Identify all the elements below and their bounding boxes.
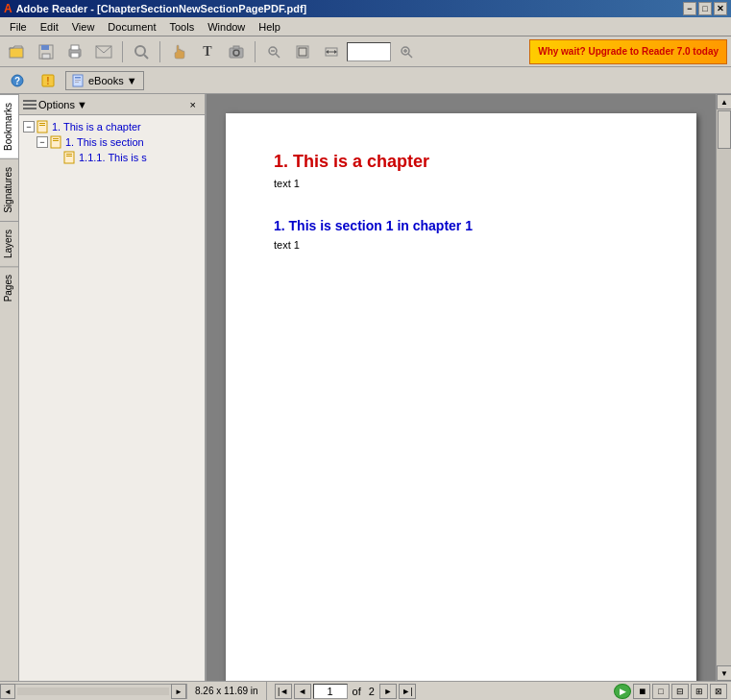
play-button[interactable]: ▶ <box>614 684 631 699</box>
fit-btn-3[interactable]: ⊞ <box>691 684 708 699</box>
pdf-chapter-title: 1. This is a chapter <box>274 152 648 172</box>
menu-file[interactable]: File <box>4 19 33 35</box>
right-scrollbar[interactable]: ▲ ▼ <box>716 94 731 681</box>
stop-button[interactable]: ⏹ <box>633 684 650 699</box>
svg-rect-40 <box>53 140 59 141</box>
bookmark-text-3: 1.1.1. This is s <box>79 152 147 163</box>
menu-window[interactable]: Window <box>202 19 251 35</box>
print-button[interactable] <box>61 39 88 64</box>
bookmark-doc-icon-2 <box>50 135 63 149</box>
bookmark-item-subsection[interactable]: 1.1.1. This is s <box>48 150 203 165</box>
how-to-button[interactable]: ? <box>4 68 31 93</box>
svg-rect-42 <box>66 154 72 155</box>
app-icon: A <box>4 2 12 15</box>
pdf-scroll-area[interactable]: 1. This is a chapter text 1 1. This is s… <box>207 94 716 681</box>
menu-edit[interactable]: Edit <box>35 19 64 35</box>
menu-view[interactable]: View <box>66 19 101 35</box>
title-text: Adobe Reader - [ChapterSectionNewSection… <box>16 3 307 14</box>
zoom-area: 65% <box>260 39 420 64</box>
save-button[interactable] <box>33 39 60 64</box>
fit-btn-4[interactable]: ⊠ <box>710 684 727 699</box>
svg-line-9 <box>144 55 148 59</box>
page-of-label: of <box>350 686 364 697</box>
hand-tool-button[interactable] <box>165 39 192 64</box>
left-tabs: Bookmarks Signatures Layers Pages <box>0 94 19 681</box>
options-dropdown-icon: ▼ <box>77 99 87 110</box>
bookmark-expand-2[interactable]: − <box>37 136 48 148</box>
title-bar: A Adobe Reader - [ChapterSectionNewSecti… <box>0 0 731 17</box>
bookmark-expand-1[interactable]: − <box>23 121 35 133</box>
page-dimensions: 8.26 x 11.69 in <box>187 682 267 701</box>
maximize-button[interactable]: □ <box>698 2 712 15</box>
scroll-track[interactable] <box>717 109 731 665</box>
title-bar-controls[interactable]: − □ ✕ <box>683 2 727 15</box>
scroll-down-button[interactable]: ▼ <box>717 665 731 681</box>
svg-rect-31 <box>75 82 79 83</box>
scroll-thumb[interactable] <box>718 110 731 149</box>
pdf-area: 1. This is a chapter text 1 1. This is s… <box>207 94 716 681</box>
fit-page-button[interactable] <box>289 39 316 64</box>
svg-rect-29 <box>75 77 81 79</box>
bookmarks-tab[interactable]: Bookmarks <box>0 94 18 158</box>
svg-rect-41 <box>64 152 74 163</box>
svg-rect-3 <box>42 54 50 59</box>
scroll-up-button[interactable]: ▲ <box>717 94 731 109</box>
close-button[interactable]: ✕ <box>714 2 727 15</box>
fit-width-button[interactable] <box>318 39 345 64</box>
text-select-button[interactable]: T <box>194 39 221 64</box>
menu-help[interactable]: Help <box>253 19 286 35</box>
pages-tab[interactable]: Pages <box>0 266 18 309</box>
svg-point-8 <box>135 46 145 56</box>
nav-controls: |◄ ◄ 1 of 2 ► ►| <box>267 684 424 699</box>
svg-text:!: ! <box>46 76 49 86</box>
search-button[interactable] <box>128 39 155 64</box>
bookmark-item-chapter[interactable]: − 1. This is a chapter <box>21 119 203 134</box>
menu-document[interactable]: Document <box>102 19 161 35</box>
options-label: Options <box>38 99 75 110</box>
toolbar-separator-3 <box>255 41 256 62</box>
zoom-in-button[interactable] <box>393 39 420 64</box>
fit-btn-1[interactable]: □ <box>652 684 670 699</box>
panel-hscroll: ◄ ► <box>0 684 187 699</box>
layers-tab[interactable]: Layers <box>0 221 18 266</box>
upgrade-banner[interactable]: Why wait? Upgrade to Reader 7.0 today <box>529 39 727 64</box>
title-bar-left: A Adobe Reader - [ChapterSectionNewSecti… <box>4 2 306 15</box>
email-button[interactable] <box>90 39 117 64</box>
panel-options-button[interactable]: Options ▼ <box>23 99 87 110</box>
panel-header: Options ▼ × <box>19 94 205 115</box>
panel-close-button[interactable]: × <box>185 97 201 112</box>
snapshot-button[interactable] <box>223 39 250 64</box>
open-button[interactable] <box>4 39 31 64</box>
svg-rect-32 <box>23 100 37 102</box>
bookmark-text-1: 1. This is a chapter <box>52 121 141 133</box>
zoom-input[interactable]: 65% <box>347 42 391 61</box>
svg-rect-6 <box>71 53 79 58</box>
zoom-out-button[interactable] <box>260 39 287 64</box>
svg-rect-35 <box>37 121 47 133</box>
pdf-bottom: 8.26 x 11.69 in |◄ ◄ 1 of 2 ► ►| ▶ ⏹ □ ⊟… <box>187 682 731 701</box>
page-input[interactable]: 1 <box>313 684 348 699</box>
first-page-button[interactable]: |◄ <box>275 684 292 699</box>
bookmarks-panel: Options ▼ × − 1. This is a chapter − 1. … <box>19 94 207 681</box>
prev-page-button[interactable]: ◄ <box>294 684 311 699</box>
minimize-button[interactable]: − <box>683 2 696 15</box>
svg-rect-36 <box>39 123 45 124</box>
task-button[interactable]: ! <box>35 68 61 93</box>
hscroll-track[interactable] <box>17 688 169 695</box>
fit-btn-2[interactable]: ⊟ <box>671 684 689 699</box>
hscroll-right-button[interactable]: ► <box>171 684 186 699</box>
pdf-page: 1. This is a chapter text 1 1. This is s… <box>226 113 696 681</box>
menu-tools[interactable]: Tools <box>164 19 201 35</box>
signatures-tab[interactable]: Signatures <box>0 158 18 221</box>
svg-rect-37 <box>39 125 45 126</box>
bookmarks-tree: − 1. This is a chapter − 1. This is sect… <box>19 115 205 681</box>
ebooks-label: eBooks <box>88 75 124 86</box>
ebooks-button[interactable]: eBooks ▼ <box>65 71 144 90</box>
last-page-button[interactable]: ►| <box>399 684 416 699</box>
hscroll-left-button[interactable]: ◄ <box>0 684 15 699</box>
next-page-button[interactable]: ► <box>379 684 397 699</box>
fit-buttons: ▶ ⏹ □ ⊟ ⊞ ⊠ <box>614 684 731 699</box>
svg-rect-2 <box>41 45 49 50</box>
bookmark-text-2: 1. This is section <box>65 136 144 148</box>
bookmark-item-section[interactable]: − 1. This is section <box>35 134 203 150</box>
